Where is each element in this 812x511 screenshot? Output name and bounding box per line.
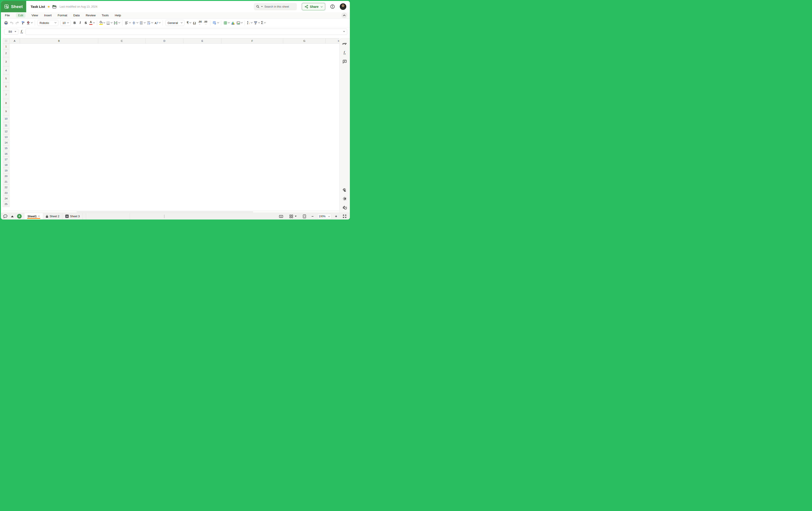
- search-input[interactable]: [264, 5, 291, 8]
- row-header-14[interactable]: 14: [3, 140, 9, 146]
- menu-item-review[interactable]: Review: [86, 13, 95, 18]
- fill-color-button[interactable]: [99, 20, 106, 26]
- font-family-select[interactable]: Roboto: [37, 20, 58, 26]
- sheet-tab-sheet-3[interactable]: 12Sheet 3: [62, 213, 83, 219]
- menu-item-data[interactable]: Data: [74, 13, 80, 18]
- column-header-c[interactable]: C: [98, 38, 146, 43]
- cells-canvas[interactable]: [9, 43, 339, 211]
- column-header-b[interactable]: B: [20, 38, 98, 43]
- insert-chart-button[interactable]: [230, 20, 236, 26]
- italic-button[interactable]: I: [78, 20, 83, 26]
- column-header-d[interactable]: D: [145, 38, 183, 43]
- conditional-format-button[interactable]: [212, 20, 220, 26]
- menu-item-insert[interactable]: Insert: [44, 13, 52, 18]
- menu-item-file[interactable]: File: [5, 13, 10, 18]
- functions-panel-icon[interactable]: fx: [342, 50, 347, 55]
- row-header-9[interactable]: 9: [3, 107, 9, 115]
- navigate-sheet-button[interactable]: [300, 213, 309, 219]
- feedback-icon[interactable]: [342, 205, 347, 210]
- sum-functions-button[interactable]: Σ: [260, 20, 266, 26]
- increase-decimal-button[interactable]: .00→: [203, 20, 208, 26]
- menu-item-help[interactable]: Help: [115, 13, 121, 18]
- zoom-out-button[interactable]: −: [309, 213, 315, 219]
- bold-button[interactable]: B: [72, 20, 78, 26]
- row-header-23[interactable]: 23: [3, 190, 9, 196]
- add-sheet-button[interactable]: +: [17, 214, 22, 219]
- row-header-25[interactable]: 25: [3, 201, 9, 207]
- text-wrap-button[interactable]: [146, 20, 153, 26]
- freeze-panes-button[interactable]: [286, 213, 299, 219]
- app-logo[interactable]: Sheet: [1, 1, 26, 12]
- currency-format-button[interactable]: ₹: [186, 20, 192, 26]
- info-button[interactable]: [330, 4, 335, 9]
- row-header-13[interactable]: 13: [3, 134, 9, 140]
- indent-button[interactable]: [139, 20, 146, 26]
- row-header-6[interactable]: 6: [3, 82, 9, 91]
- sheet-tab-sheet1[interactable]: Sheet1: [25, 213, 43, 219]
- row-header-19[interactable]: 19: [3, 168, 9, 174]
- cell-name-box[interactable]: B8: [4, 29, 18, 35]
- menu-item-format[interactable]: Format: [58, 13, 67, 18]
- vertical-align-button[interactable]: [131, 20, 139, 26]
- font-size-select[interactable]: 10: [60, 20, 71, 26]
- favorite-star-icon[interactable]: ★: [47, 5, 50, 8]
- comma-style-button[interactable]: (,): [192, 20, 197, 26]
- merge-cells-button[interactable]: [113, 20, 121, 26]
- sheet-search[interactable]: [254, 3, 297, 10]
- document-title[interactable]: Task List: [31, 5, 45, 8]
- row-header-15[interactable]: 15: [3, 145, 9, 151]
- share-button[interactable]: Share: [302, 3, 325, 10]
- zia-assistant-icon[interactable]: [342, 41, 347, 47]
- row-header-8[interactable]: 8: [3, 99, 9, 107]
- column-header-a[interactable]: A: [9, 38, 20, 43]
- sort-button[interactable]: AZ↓: [246, 20, 253, 26]
- print-button[interactable]: [3, 20, 9, 26]
- row-header-24[interactable]: 24: [3, 196, 9, 202]
- tab-scrollbar-thumb[interactable]: [164, 215, 165, 218]
- row-header-21[interactable]: 21: [3, 179, 9, 185]
- horizontal-scrollbar[interactable]: [3, 211, 339, 213]
- horizontal-align-button[interactable]: [124, 20, 131, 26]
- select-all-corner[interactable]: [3, 38, 9, 43]
- horizontal-scrollbar-thumb[interactable]: [77, 211, 253, 212]
- menu-item-edit[interactable]: Edit: [16, 13, 26, 18]
- sheet-tab-sheet-2[interactable]: Sheet 2: [43, 213, 62, 219]
- borders-button[interactable]: [106, 20, 113, 26]
- text-color-button[interactable]: A: [89, 20, 95, 26]
- format-painter-button[interactable]: [20, 20, 26, 26]
- decrease-decimal-button[interactable]: .00←: [197, 20, 203, 26]
- number-format-select[interactable]: General: [165, 20, 184, 26]
- zoom-level-select[interactable]: 100%: [317, 214, 331, 219]
- column-header-e[interactable]: E: [183, 38, 222, 43]
- text-rotation-button[interactable]: A: [153, 20, 161, 26]
- row-header-20[interactable]: 20: [3, 173, 9, 179]
- row-header-17[interactable]: 17: [3, 156, 9, 162]
- appearance-theme-icon[interactable]: [342, 196, 347, 202]
- row-header-2[interactable]: 2: [3, 49, 9, 57]
- folder-icon[interactable]: [52, 5, 56, 8]
- row-header-4[interactable]: 4: [3, 66, 9, 74]
- strikethrough-button[interactable]: S: [83, 20, 89, 26]
- collapse-toolbar-button[interactable]: [341, 12, 347, 18]
- column-header-g[interactable]: G: [283, 38, 326, 43]
- clear-format-eraser-button[interactable]: [26, 20, 33, 26]
- row-header-11[interactable]: 11: [3, 122, 9, 128]
- sheet-list-button[interactable]: [11, 215, 13, 217]
- virtual-keyboard-button[interactable]: [276, 213, 286, 219]
- column-header-f[interactable]: F: [221, 38, 283, 43]
- menu-item-view[interactable]: View: [32, 13, 38, 18]
- row-header-3[interactable]: 3: [3, 57, 9, 66]
- row-header-16[interactable]: 16: [3, 151, 9, 157]
- row-header-10[interactable]: 10: [3, 115, 9, 122]
- redo-button[interactable]: [14, 20, 20, 26]
- insert-image-button[interactable]: [236, 20, 243, 26]
- fullscreen-button[interactable]: [339, 213, 350, 219]
- user-avatar[interactable]: [340, 3, 346, 10]
- chat-comments-icon[interactable]: [3, 214, 8, 218]
- formula-input[interactable]: [26, 29, 347, 35]
- row-header-5[interactable]: 5: [3, 74, 9, 83]
- undo-button[interactable]: [9, 20, 14, 26]
- filter-button[interactable]: [253, 20, 260, 26]
- menu-item-tools[interactable]: Tools: [102, 13, 109, 18]
- row-header-1[interactable]: 1: [3, 43, 9, 50]
